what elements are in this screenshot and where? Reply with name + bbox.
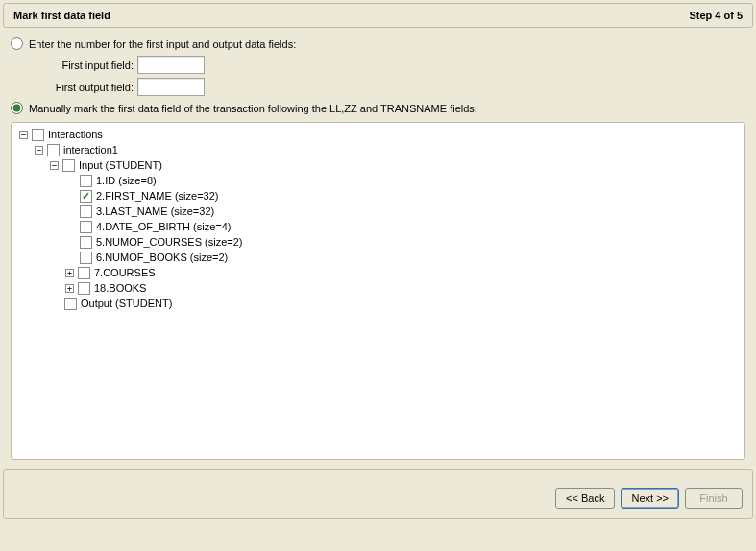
tree-checkbox[interactable]: [80, 205, 92, 218]
expander-spacer: [65, 177, 76, 185]
wizard-step-indicator: Step 4 of 5: [689, 10, 743, 21]
tree-checkbox[interactable]: [64, 298, 77, 310]
tree-node-field-dob[interactable]: 4.DATE_OF_BIRTH (size=4): [65, 219, 741, 234]
tree-node-output[interactable]: Output (STUDENT): [50, 296, 741, 311]
tree-label: Interactions: [48, 127, 103, 142]
first-input-field[interactable]: [137, 56, 205, 74]
expander-spacer: [65, 238, 76, 247]
tree-checkbox[interactable]: [32, 129, 44, 141]
first-input-label: First input field:: [30, 60, 137, 71]
tree-checkbox[interactable]: [80, 175, 92, 187]
minus-icon[interactable]: −: [35, 146, 43, 155]
expander-spacer: [65, 207, 76, 216]
wizard-button-bar: << Back Next >> Finish: [3, 469, 753, 519]
expander-spacer: [65, 253, 76, 262]
first-output-label: First output field:: [30, 82, 137, 93]
tree-node-input[interactable]: − Input (STUDENT): [50, 157, 741, 173]
minus-icon[interactable]: −: [50, 161, 59, 170]
option-manual-mark-radio[interactable]: [11, 102, 23, 114]
tree-checkbox[interactable]: [80, 190, 92, 203]
tree-label: 6.NUMOF_BOOKS (size=2): [96, 250, 228, 265]
option-enter-numbers-label: Enter the number for the first input and…: [29, 38, 296, 50]
option-enter-numbers-row: Enter the number for the first input and…: [1, 34, 755, 54]
tree-label: interaction1: [63, 142, 118, 157]
tree-label: 18.BOOKS: [94, 280, 146, 296]
tree-checkbox[interactable]: [80, 252, 92, 264]
tree-node-field-last-name[interactable]: 3.LAST_NAME (size=32): [65, 204, 741, 219]
wizard-title: Mark first data field: [13, 10, 110, 21]
tree-node-field-numof-books[interactable]: 6.NUMOF_BOOKS (size=2): [65, 250, 741, 265]
tree-label: 2.FIRST_NAME (size=32): [96, 188, 218, 204]
option-manual-mark-row: Manually mark the first data field of th…: [1, 98, 755, 118]
option-manual-mark-label: Manually mark the first data field of th…: [29, 103, 477, 114]
first-output-field-row: First output field:: [1, 76, 755, 98]
tree-panel: − Interactions − interaction1: [11, 122, 745, 460]
wizard-header: Mark first data field Step 4 of 5: [3, 3, 753, 28]
option-enter-numbers-radio[interactable]: [11, 37, 23, 50]
tree-checkbox[interactable]: [78, 267, 90, 279]
field-tree: − Interactions − interaction1: [19, 127, 741, 311]
tree-label: 7.COURSES: [94, 265, 156, 280]
tree-node-interaction1[interactable]: − interaction1: [35, 142, 741, 157]
tree-label: 3.LAST_NAME (size=32): [96, 204, 214, 219]
tree-checkbox[interactable]: [80, 221, 92, 233]
tree-checkbox[interactable]: [47, 144, 60, 156]
tree-label: Output (STUDENT): [81, 296, 172, 311]
expander-spacer: [50, 299, 61, 308]
tree-node-field-books[interactable]: + 18.BOOKS: [65, 280, 741, 296]
tree-checkbox[interactable]: [62, 159, 75, 172]
first-input-field-row: First input field:: [1, 54, 755, 76]
tree-checkbox[interactable]: [80, 236, 92, 249]
minus-icon[interactable]: −: [19, 131, 28, 139]
next-button[interactable]: Next >>: [621, 488, 679, 509]
tree-node-field-id[interactable]: 1.ID (size=8): [65, 173, 741, 188]
plus-icon[interactable]: +: [65, 284, 74, 293]
tree-label: 1.ID (size=8): [96, 173, 157, 188]
first-output-field[interactable]: [137, 78, 205, 96]
plus-icon[interactable]: +: [65, 269, 74, 277]
tree-node-interactions[interactable]: − Interactions: [19, 127, 741, 142]
tree-node-field-numof-courses[interactable]: 5.NUMOF_COURSES (size=2): [65, 234, 741, 250]
finish-button: Finish: [685, 488, 743, 509]
tree-node-field-courses[interactable]: + 7.COURSES: [65, 265, 741, 280]
expander-spacer: [65, 223, 76, 231]
tree-label: 5.NUMOF_COURSES (size=2): [96, 234, 243, 250]
expander-spacer: [65, 192, 76, 201]
tree-node-field-first-name[interactable]: 2.FIRST_NAME (size=32): [65, 188, 741, 204]
tree-label: 4.DATE_OF_BIRTH (size=4): [96, 219, 232, 234]
back-button[interactable]: << Back: [555, 488, 615, 509]
tree-label: Input (STUDENT): [79, 157, 162, 173]
tree-checkbox[interactable]: [78, 282, 90, 295]
